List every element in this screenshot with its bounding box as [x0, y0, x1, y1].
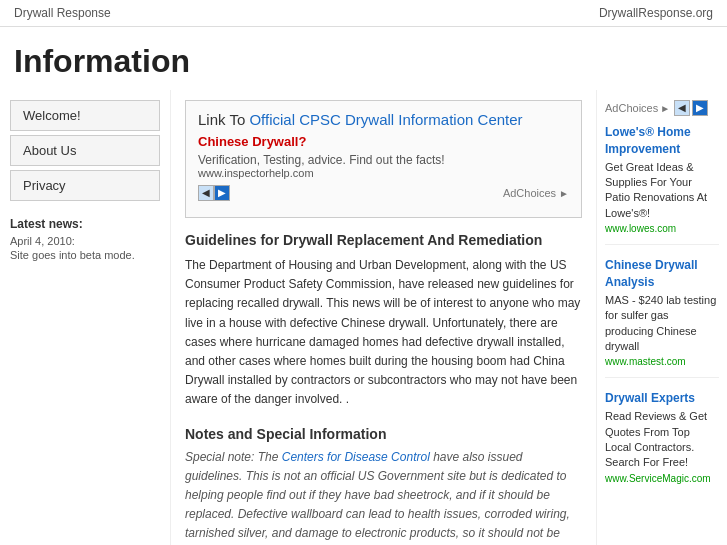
right-ad-prev-btn[interactable]: ◀ — [674, 100, 690, 116]
news-text: Site goes into beta mode. — [10, 249, 160, 261]
cdc-link[interactable]: Centers for Disease Control — [282, 450, 430, 464]
ad-choices-label: AdChoices ► — [503, 187, 569, 199]
section-notes: Notes and Special Information Special no… — [185, 426, 582, 546]
section-guidelines: Guidelines for Drywall Replacement And R… — [185, 232, 582, 410]
right-ad-1-url: www.mastest.com — [605, 356, 719, 367]
section2-body: Special note: The Centers for Disease Co… — [185, 448, 582, 546]
right-ad-choices-text: AdChoices — [605, 102, 658, 114]
section1-heading: Guidelines for Drywall Replacement And R… — [185, 232, 582, 248]
ad-desc: Verification, Testing, advice. Find out … — [198, 153, 569, 167]
ad-choices-text: AdChoices — [503, 187, 556, 199]
layout: Welcome! About Us Privacy Latest news: A… — [0, 90, 727, 545]
latest-news: Latest news: April 4, 2010: Site goes in… — [10, 217, 160, 261]
right-ad-2: Drywall Experts Read Reviews & Get Quote… — [605, 390, 719, 493]
ad-nav-row: ◀ ▶ — [198, 185, 230, 201]
cpsc-link[interactable]: Official CPSC Drywall Information Center — [249, 111, 522, 128]
sidebar-right: AdChoices ► ◀ ▶ Lowe's® Home Improvement… — [597, 90, 727, 545]
right-ad-1-desc: MAS - $240 lab testing for sulfer gas pr… — [605, 293, 719, 355]
link-box-title: Link To Official CPSC Drywall Informatio… — [198, 111, 569, 128]
ad-url: www.inspectorhelp.com — [198, 167, 569, 179]
right-ad-choices-icon: ► — [660, 103, 670, 114]
chinese-drywall-ad-link[interactable]: Chinese Drywall? — [198, 134, 306, 149]
right-ad-0-url: www.lowes.com — [605, 223, 719, 234]
sidebar-item-welcome[interactable]: Welcome! — [10, 100, 160, 131]
ad-prev-btn[interactable]: ◀ — [198, 185, 214, 201]
sidebar-item-privacy[interactable]: Privacy — [10, 170, 160, 201]
right-ad-1-title[interactable]: Chinese Drywall Analysis — [605, 257, 719, 291]
right-ad-2-url: www.ServiceMagic.com — [605, 473, 719, 484]
sidebar-left: Welcome! About Us Privacy Latest news: A… — [0, 90, 170, 545]
news-date: April 4, 2010: — [10, 235, 160, 247]
header: Drywall Response DrywallResponse.org — [0, 0, 727, 27]
page-title: Information — [0, 27, 727, 90]
right-ad-2-desc: Read Reviews & Get Quotes From Top Local… — [605, 409, 719, 471]
section1-body: The Department of Housing and Urban Deve… — [185, 256, 582, 410]
site-url: DrywallResponse.org — [599, 6, 713, 20]
right-ad-choices: AdChoices ► ◀ ▶ — [605, 100, 719, 116]
main-content: Link To Official CPSC Drywall Informatio… — [170, 90, 597, 545]
right-ad-0: Lowe's® Home Improvement Get Great Ideas… — [605, 124, 719, 245]
link-box: Link To Official CPSC Drywall Informatio… — [185, 100, 582, 218]
site-name: Drywall Response — [14, 6, 111, 20]
latest-news-label: Latest news: — [10, 217, 160, 231]
section2-heading: Notes and Special Information — [185, 426, 582, 442]
right-ad-next-btn[interactable]: ▶ — [692, 100, 708, 116]
ad-choices-icon: ► — [559, 188, 569, 199]
note-prefix: Special note: The — [185, 450, 282, 464]
sidebar-item-about[interactable]: About Us — [10, 135, 160, 166]
right-ad-0-desc: Get Great Ideas & Supplies For Your Pati… — [605, 160, 719, 222]
ad-next-btn[interactable]: ▶ — [214, 185, 230, 201]
link-box-prefix: Link To — [198, 111, 249, 128]
right-ad-0-title[interactable]: Lowe's® Home Improvement — [605, 124, 719, 158]
right-ad-1: Chinese Drywall Analysis MAS - $240 lab … — [605, 257, 719, 378]
right-ad-2-title[interactable]: Drywall Experts — [605, 390, 719, 407]
right-ad-nav: ◀ ▶ — [674, 100, 708, 116]
